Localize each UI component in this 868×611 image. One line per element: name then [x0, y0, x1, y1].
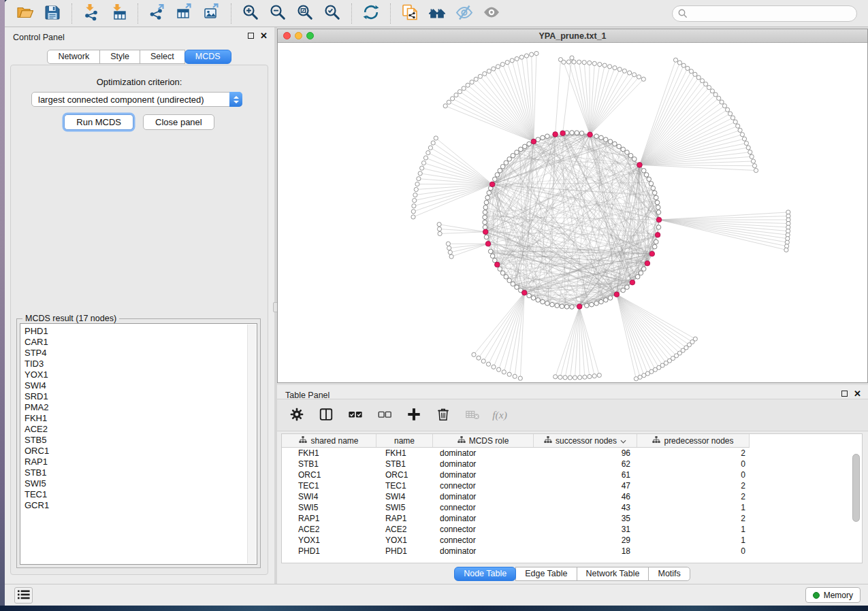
result-node[interactable]: FKH1	[25, 413, 257, 424]
result-node[interactable]: STP4	[25, 348, 257, 359]
shared-column-icon	[457, 436, 466, 446]
select-all-button[interactable]	[347, 406, 364, 424]
table-row[interactable]: PHD1PHD1dominator180	[282, 546, 862, 557]
export-image-button[interactable]	[198, 2, 225, 25]
tab-edge-table[interactable]: Edge Table	[515, 567, 577, 581]
table-row[interactable]: TEC1TEC1connector472	[282, 480, 862, 491]
close-table-panel-icon[interactable]: ✕	[854, 390, 861, 397]
table-row[interactable]: YOX1YOX1connector291	[282, 535, 862, 546]
zoom-fit-button[interactable]	[291, 2, 319, 25]
result-node[interactable]: CAR1	[25, 337, 257, 348]
result-node[interactable]: RAP1	[25, 457, 257, 467]
columns-button[interactable]	[317, 406, 335, 424]
first-neighbors-button[interactable]	[423, 2, 451, 25]
tab-motifs[interactable]: Motifs	[648, 567, 690, 581]
zoom-selected-button[interactable]	[319, 2, 346, 25]
table-row[interactable]: ORC1ORC1dominator610	[282, 469, 862, 480]
table-cell: 0	[637, 546, 750, 557]
result-node[interactable]: STB5	[25, 435, 257, 446]
fx-button[interactable]: f(x)	[493, 406, 511, 424]
float-table-panel-icon[interactable]	[841, 391, 848, 397]
result-node[interactable]: PHD1	[25, 326, 257, 337]
zoom-in-icon	[242, 3, 259, 23]
import-network-button[interactable]	[78, 2, 105, 25]
table-cell: RAP1	[376, 513, 433, 524]
table-cell: 47	[534, 480, 637, 491]
open-session-icon	[16, 3, 34, 23]
add-button[interactable]	[405, 406, 423, 424]
save-session-button[interactable]	[39, 2, 66, 25]
table-cell: dominator	[433, 469, 534, 480]
zoom-in-button[interactable]	[237, 2, 264, 25]
result-node[interactable]: GCR1	[25, 500, 257, 511]
criterion-select[interactable]: largest connected component (undirected)	[31, 92, 242, 107]
result-node[interactable]: TID3	[25, 359, 257, 369]
table-cell: 1	[637, 524, 750, 535]
column-header-name[interactable]: name	[376, 434, 433, 447]
tab-select[interactable]: Select	[140, 50, 185, 64]
float-panel-icon[interactable]	[248, 33, 254, 39]
delete-button[interactable]	[434, 406, 452, 424]
zoom-out-button[interactable]	[264, 2, 291, 25]
result-node[interactable]: ORC1	[25, 446, 257, 457]
refresh-button[interactable]	[357, 2, 385, 25]
result-node[interactable]: YOX1	[25, 369, 257, 380]
column-header-predecessor-nodes[interactable]: predecessor nodes	[637, 434, 750, 447]
result-scrollbar[interactable]	[247, 325, 256, 563]
wallpaper-left-strip	[0, 0, 5, 611]
table-cell: 96	[534, 448, 637, 459]
deselect-all-button[interactable]	[376, 406, 393, 424]
tab-network[interactable]: Network	[47, 50, 100, 64]
memory-status-icon	[813, 592, 820, 599]
open-session-button[interactable]	[12, 2, 39, 25]
result-node[interactable]: PMA2	[25, 402, 257, 413]
table-row[interactable]: RAP1RAP1dominator352	[282, 513, 862, 524]
delete-table-button[interactable]	[464, 406, 481, 424]
table-cell: connector	[433, 502, 534, 513]
gear-button[interactable]	[288, 406, 306, 424]
close-panel-button[interactable]: Close panel	[143, 114, 214, 130]
table-scrollbar-thumb[interactable]	[852, 454, 860, 522]
network-titlebar[interactable]: YPA_prune.txt_1	[278, 29, 867, 43]
control-tabs: NetworkStyleSelectMCDS	[5, 50, 274, 64]
result-node[interactable]: SWI5	[25, 478, 257, 489]
table-cell: 29	[534, 535, 637, 546]
tab-node-table[interactable]: Node Table	[454, 567, 516, 581]
run-mcds-button[interactable]: Run MCDS	[64, 114, 133, 130]
table-row[interactable]: FKH1FKH1dominator962	[282, 448, 862, 459]
table-row[interactable]: ACE2ACE2connector311	[282, 524, 862, 535]
memory-button[interactable]: Memory	[805, 587, 861, 603]
table-row[interactable]: STB1STB1dominator620	[282, 459, 862, 469]
clone-network-button[interactable]	[396, 2, 423, 25]
column-header-MCDS-role[interactable]: MCDS role	[433, 434, 534, 447]
table-cell: FKH1	[376, 448, 433, 459]
tab-style[interactable]: Style	[99, 50, 140, 64]
close-panel-icon[interactable]: ✕	[260, 32, 268, 39]
search-input[interactable]	[672, 5, 857, 22]
network-canvas[interactable]	[278, 43, 867, 382]
export-table-button[interactable]	[171, 2, 198, 25]
mcds-result-items: PHD1CAR1STP4TID3YOX1SWI4SRD1PMA2FKH1ACE2…	[20, 324, 257, 511]
table-row[interactable]: SWI5SWI5connector431	[282, 502, 862, 513]
table-cell: SWI4	[376, 491, 433, 502]
tab-mcds[interactable]: MCDS	[184, 50, 231, 64]
result-node[interactable]: TEC1	[25, 489, 257, 500]
column-label: shared name	[310, 436, 358, 446]
task-history-button[interactable]	[14, 587, 33, 604]
export-network-button[interactable]	[144, 2, 171, 25]
shared-column-icon	[299, 436, 307, 446]
hide-selected-button[interactable]	[451, 2, 478, 25]
result-node[interactable]: STB1	[25, 467, 257, 478]
mcds-result-list[interactable]: PHD1CAR1STP4TID3YOX1SWI4SRD1PMA2FKH1ACE2…	[20, 323, 257, 565]
column-header-shared-name[interactable]: shared name	[282, 434, 376, 447]
table-row[interactable]: SWI4SWI4dominator462	[282, 491, 862, 502]
show-all-button[interactable]	[478, 2, 505, 25]
result-node[interactable]: SWI4	[25, 380, 257, 391]
column-header-successor-nodes[interactable]: successor nodes	[534, 434, 637, 447]
select-all-icon	[348, 407, 363, 424]
result-node[interactable]: SRD1	[25, 391, 257, 402]
import-table-button[interactable]	[105, 2, 132, 25]
node-table: shared namenameMCDS rolesuccessor nodesp…	[281, 433, 863, 563]
tab-network-table[interactable]: Network Table	[577, 567, 649, 581]
result-node[interactable]: ACE2	[25, 424, 257, 435]
